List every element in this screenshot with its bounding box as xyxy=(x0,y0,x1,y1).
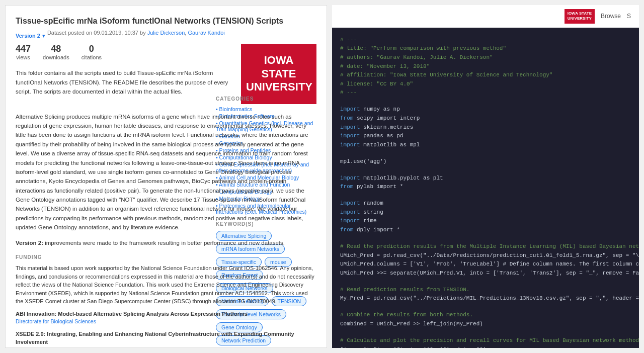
code-line: import sklearn.metrics xyxy=(340,123,631,132)
code-line xyxy=(340,278,631,285)
code-line xyxy=(340,235,631,242)
code-line: UMich_Pred >>= separate(UMich_Pred.V1, i… xyxy=(340,269,631,278)
code-line: import matplotlib as mpl xyxy=(340,141,631,150)
right-header: IOWA STATE UNIVERSITY Browse S xyxy=(332,5,639,28)
keyword-tag[interactable]: TENSION xyxy=(272,296,306,306)
version2-text: Version 2: improvements were made to the… xyxy=(16,238,316,247)
code-line: # license: "CC BY 4.0" xyxy=(340,80,631,89)
search-link[interactable]: S xyxy=(627,13,631,20)
version-badge: Version 2 ▾ Dataset posted on 09.01.2019… xyxy=(16,30,225,42)
code-line: import time xyxy=(340,217,631,226)
code-line: import numpy as np xyxy=(340,105,631,114)
description-2: Alternative Splicing produces multiple m… xyxy=(16,112,316,232)
right-nav: Browse S xyxy=(601,13,631,20)
code-line: Combined = UMich_Pred >> left_join(My_Pr… xyxy=(340,320,631,329)
code-line xyxy=(340,166,631,173)
code-line: # --- xyxy=(340,36,631,45)
code-area: # ---# title: "Perform comparison with p… xyxy=(332,28,639,348)
section-categories-label: CATEGORIES xyxy=(216,96,316,102)
code-line: from pylab import * xyxy=(340,183,631,192)
code-line: My_Pred = pd.read_csv("../Predictions/MI… xyxy=(340,294,631,303)
code-line: UMich_Pred = pd.read_csv("../Data/Predic… xyxy=(340,251,631,260)
code-line: import random xyxy=(340,199,631,208)
code-line: import matplotlib.pyplot as plt xyxy=(340,174,631,183)
version-icon[interactable]: ▾ xyxy=(42,33,45,39)
author-julie[interactable]: Julie Dickerson xyxy=(147,30,185,36)
code-line xyxy=(340,329,631,336)
paper-title: Tissue-spEcific mrNa iSoform functIOnal … xyxy=(16,16,316,27)
code-line xyxy=(340,192,631,199)
code-line: # --- xyxy=(340,89,631,98)
code-line xyxy=(340,98,631,105)
code-line: import pandas as pd xyxy=(340,132,631,141)
code-line xyxy=(340,303,631,311)
stat-downloads: 48 downloads xyxy=(43,44,69,60)
code-line: # authors: "Gaurav Kandoi, Julie A. Dick… xyxy=(340,53,631,62)
code-line: UMich_Pred.columns = ['V1', 'Prob', 'Tru… xyxy=(340,260,631,269)
code-line: import string xyxy=(340,208,631,217)
code-line: fig = plt.figure(figsize=(10, 10), dpi =… xyxy=(340,345,631,348)
browse-link[interactable]: Browse xyxy=(601,13,621,20)
code-line: from scipy import interp xyxy=(340,114,631,123)
code-line: # Read prediction results from TENSION. xyxy=(340,286,631,295)
dataset-info: Dataset posted on 09.01.2019, 10:37 by J… xyxy=(47,30,225,36)
code-line: # date: "November 13, 2018" xyxy=(340,62,631,71)
left-panel: Tissue-spEcific mrNa iSoform functIOnal … xyxy=(5,5,327,348)
stat-citations: 0 citations xyxy=(82,44,102,60)
code-line: # Calculate and plot the precision and r… xyxy=(340,336,631,345)
code-line: mpl.use('agg') xyxy=(340,157,631,166)
version-link[interactable]: Version 2 xyxy=(16,33,40,39)
code-line: # title: "Perform comparison with previo… xyxy=(340,44,631,53)
code-line xyxy=(340,149,631,157)
stat-views: 447 views xyxy=(16,44,31,60)
stats-row: 447 views 48 downloads 0 citations xyxy=(16,44,233,60)
isu-logo-right: IOWA STATE UNIVERSITY xyxy=(565,9,595,24)
code-line: # affiliation: "Iowa State University of… xyxy=(340,71,631,80)
code-line: # Read the prediction results from the M… xyxy=(340,242,631,251)
author-gaurav[interactable]: Gaurav Kandoi xyxy=(188,30,224,36)
category-item[interactable]: Bioinformatics xyxy=(216,106,316,113)
isu-logo-text: IOWA STATE UNIVERSITY xyxy=(246,54,311,94)
code-line: # Combine the results from both methods. xyxy=(340,311,631,320)
right-panel: IOWA STATE UNIVERSITY Browse S # ---# ti… xyxy=(332,5,639,348)
code-line: from dply import * xyxy=(340,226,631,235)
